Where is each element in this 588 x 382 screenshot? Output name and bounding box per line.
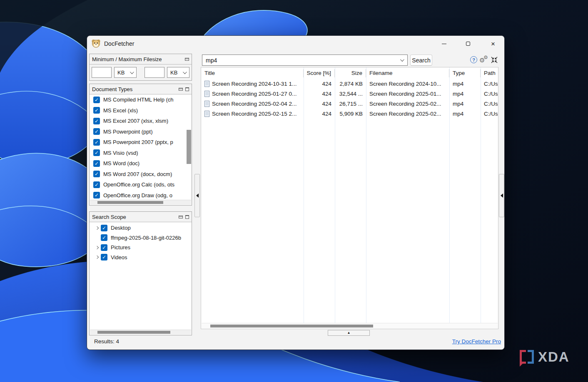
result-row[interactable]: Screen Recording 2025-02-04 2...42426,71…	[201, 99, 498, 109]
filesize-panel-title: Minimum / Maximum Filesize	[92, 56, 182, 62]
result-cell-filename: Screen Recording 2025-02...	[366, 111, 449, 117]
checkbox-checked-icon[interactable]: ✓	[93, 192, 100, 198]
expand-preview-button[interactable]: ▲	[328, 330, 370, 336]
minimize-button[interactable]	[434, 36, 453, 52]
result-row[interactable]: Screen Recording 2024-10-31 1...4242,874…	[201, 79, 498, 89]
result-row[interactable]: Screen Recording 2025-01-27 0...42432,54…	[201, 89, 498, 99]
chevron-right-icon	[95, 255, 99, 259]
result-cell-type: mp4	[449, 101, 481, 107]
close-icon: ×	[491, 40, 495, 47]
scrollbar-thumb[interactable]	[210, 325, 373, 327]
horizontal-scrollbar[interactable]	[90, 200, 191, 205]
checkbox-checked-icon[interactable]: ✓	[93, 181, 100, 188]
table-body: Screen Recording 2024-10-31 1...4242,874…	[201, 79, 498, 119]
checkbox-checked-icon[interactable]: ✓	[93, 149, 100, 156]
scrollbar-thumb[interactable]	[97, 201, 163, 204]
column-header-score[interactable]: Score [%]	[304, 69, 335, 77]
collapse-panel-icon[interactable]	[179, 216, 183, 218]
max-filesize-unit-select[interactable]: KB	[167, 67, 189, 78]
scope-tree-item[interactable]: ✓Videos	[90, 253, 191, 263]
column-header-file[interactable]: Filename	[366, 69, 449, 77]
max-filesize-input[interactable]	[145, 67, 164, 78]
search-button[interactable]: Search	[410, 55, 432, 66]
doctype-item[interactable]: ✓MS Compiled HTML Help (ch	[90, 94, 186, 105]
doctype-item[interactable]: ✓MS Word 2007 (docx, docm)	[90, 169, 186, 180]
compact-view-icon[interactable]	[491, 57, 498, 63]
collapse-sidebar-handle[interactable]	[194, 174, 200, 217]
triangle-left-icon	[196, 193, 199, 198]
column-header-title[interactable]: Title	[201, 69, 304, 77]
checkbox-checked-icon[interactable]: ✓	[101, 244, 107, 251]
xda-watermark: XDA	[520, 350, 570, 364]
collapse-preview-handle[interactable]	[499, 174, 504, 217]
result-cell-type: mp4	[449, 111, 481, 117]
docfetcher-window: DocFetcher × Minimum / Maximum Filesize …	[87, 35, 505, 350]
checkbox-checked-icon[interactable]: ✓	[93, 107, 100, 114]
scrollbar-thumb[interactable]	[97, 331, 170, 334]
close-button[interactable]: ×	[483, 36, 503, 52]
horizontal-scrollbar[interactable]	[90, 330, 191, 335]
result-cell-filename: Screen Recording 2025-02...	[366, 101, 449, 107]
checkbox-checked-icon[interactable]: ✓	[93, 171, 100, 177]
chevron-right-icon	[95, 246, 99, 249]
document-types-list: ✓MS Compiled HTML Help (ch✓MS Excel (xls…	[90, 94, 186, 200]
doctype-item[interactable]: ✓MS Excel 2007 (xlsx, xlsm)	[90, 116, 186, 127]
scope-tree-item[interactable]: ✓ffmpeg-2025-08-18-git-0226b	[90, 233, 191, 243]
doctype-item[interactable]: ✓MS Excel (xls)	[90, 105, 186, 116]
preferences-gears-icon[interactable]: ⚙ ⚙	[479, 55, 490, 64]
chevron-down-icon	[183, 70, 187, 74]
search-input[interactable]: mp4	[202, 55, 408, 66]
checkbox-checked-icon[interactable]: ✓	[93, 139, 100, 146]
xda-watermark-text: XDA	[538, 350, 570, 364]
checkbox-checked-icon[interactable]: ✓	[93, 118, 100, 124]
tree-expand-chevron[interactable]	[93, 246, 101, 249]
doctype-item[interactable]: ✓OpenOffice.org Draw (odg, o	[90, 190, 186, 200]
search-scope-tree: ✓Desktop✓ffmpeg-2025-08-18-git-0226b✓Pic…	[90, 222, 191, 330]
search-scope-header: Search Scope	[90, 212, 192, 222]
doctype-label: MS Word (doc)	[103, 160, 140, 166]
column-header-type[interactable]: Type	[449, 69, 481, 77]
checkbox-checked-icon[interactable]: ✓	[101, 234, 107, 241]
doctype-item[interactable]: ✓OpenOffice.org Calc (ods, ots	[90, 179, 186, 190]
doctype-item[interactable]: ✓MS Powerpoint 2007 (pptx, p	[90, 137, 186, 148]
search-query-text: mp4	[206, 57, 217, 64]
maximize-panel-icon[interactable]	[185, 87, 189, 91]
scope-tree-item[interactable]: ✓Pictures	[90, 243, 191, 253]
doctype-label: MS Excel 2007 (xlsx, xlsm)	[103, 118, 168, 124]
result-cell-score: 424	[304, 111, 335, 117]
column-header-size[interactable]: Size	[335, 69, 366, 77]
horizontal-scrollbar[interactable]	[202, 323, 498, 328]
maximize-panel-icon[interactable]	[185, 215, 189, 219]
result-row[interactable]: Screen Recording 2025-02-15 2...4245,909…	[201, 109, 498, 119]
table-header-row[interactable]: TitleScore [%]SizeFilenameTypePath	[201, 67, 498, 79]
result-cell-title: Screen Recording 2024-10-31 1...	[201, 81, 304, 87]
scope-tree-item[interactable]: ✓Desktop	[90, 223, 191, 233]
docfetcher-app-icon	[92, 39, 100, 48]
checkbox-checked-icon[interactable]: ✓	[93, 97, 100, 103]
checkbox-checked-icon[interactable]: ✓	[93, 128, 100, 135]
help-icon[interactable]: ?	[470, 56, 477, 63]
doctype-item[interactable]: ✓MS Word (doc)	[90, 158, 186, 169]
doctype-label: MS Powerpoint 2007 (pptx, p	[103, 139, 173, 145]
collapse-panel-icon[interactable]	[185, 58, 189, 61]
chevron-down-icon[interactable]	[400, 57, 404, 62]
results-table: TitleScore [%]SizeFilenameTypePath Scree…	[201, 67, 498, 329]
checkbox-checked-icon[interactable]: ✓	[101, 254, 107, 260]
document-types-header: Document Types	[90, 84, 192, 94]
checkbox-checked-icon[interactable]: ✓	[101, 225, 107, 231]
checkbox-checked-icon[interactable]: ✓	[93, 160, 100, 167]
vertical-scrollbar[interactable]	[187, 130, 191, 164]
try-docfetcher-pro-link[interactable]: Try DocFetcher Pro	[452, 338, 501, 345]
result-cell-path: C:/Us	[481, 91, 498, 97]
triangle-left-icon	[501, 193, 503, 198]
collapse-panel-icon[interactable]	[179, 88, 183, 91]
doctype-item[interactable]: ✓MS Visio (vsd)	[90, 148, 186, 159]
tree-expand-chevron[interactable]	[93, 256, 101, 258]
doctype-item[interactable]: ✓MS Powerpoint (ppt)	[90, 127, 186, 137]
min-filesize-unit-select[interactable]: KB	[114, 67, 137, 78]
tree-expand-chevron[interactable]	[93, 227, 101, 229]
column-header-path[interactable]: Path	[481, 69, 498, 77]
min-filesize-input[interactable]	[92, 67, 112, 78]
title-bar[interactable]: DocFetcher ×	[87, 36, 504, 52]
maximize-button[interactable]	[458, 36, 478, 52]
